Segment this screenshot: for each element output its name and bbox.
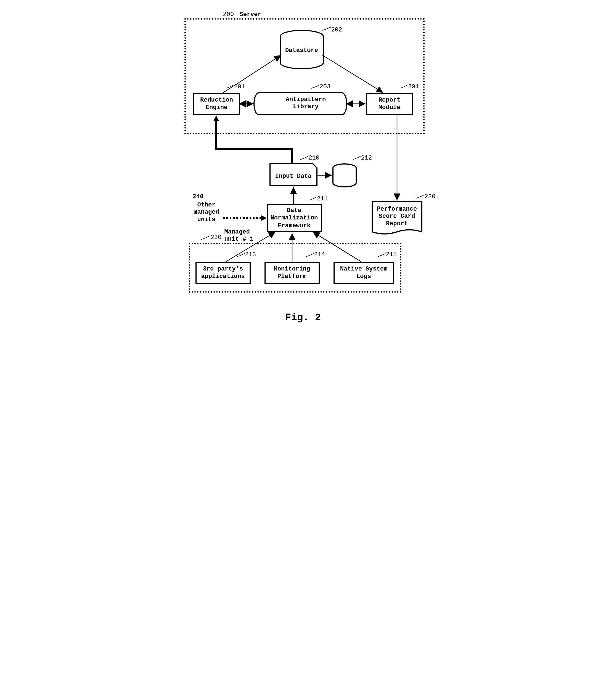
third-party-apps: 3rd party's applications (195, 262, 251, 284)
input-data-label: Input Data (273, 173, 314, 180)
svg-marker-21 (261, 215, 267, 221)
score-card-label: Performance Score Card Report (375, 206, 419, 228)
other-units-ref: 240 (193, 193, 204, 200)
antipattern-label: Antipattern Library (278, 96, 333, 111)
normalization-ref: 211 (317, 195, 328, 202)
svg-point-8 (333, 164, 356, 172)
normalization-label: Data Normalization Framework (269, 207, 320, 230)
native-system-logs: Native System Logs (333, 262, 394, 284)
third-party-ref: 213 (245, 251, 256, 258)
monitoring-ref: 214 (314, 251, 325, 258)
server-ref: 200 (223, 11, 234, 18)
input-data-ref: 210 (309, 155, 320, 162)
third-party-label: 3rd party's applications (198, 265, 249, 280)
normalization-framework: Data Normalization Framework (267, 204, 322, 232)
reduction-ref: 201 (234, 84, 245, 90)
server-container (184, 18, 425, 134)
other-units-label: Other managed units (190, 202, 223, 223)
antipattern-ref: 203 (320, 84, 331, 90)
monitoring-platform: Monitoring Platform (264, 262, 320, 284)
datastore-ref: 202 (331, 26, 342, 33)
monitoring-label: Monitoring Platform (267, 265, 318, 280)
report-module: Report Module (366, 93, 413, 115)
server-title: Server (240, 11, 261, 18)
svg-rect-9 (333, 168, 356, 183)
score-card-ref: 220 (425, 193, 436, 200)
native-logs-ref: 215 (386, 251, 397, 258)
managed-unit-title: Managed unit # 1 (225, 229, 255, 243)
managed-unit-ref: 230 (211, 234, 222, 241)
reduction-engine-label: Reduction Engine (195, 96, 238, 112)
native-logs-label: Native System Logs (336, 265, 392, 280)
figure-caption: Fig. 2 (285, 312, 321, 323)
diagram-canvas: 200 Server Datastore 202 Reduction Engin… (168, 11, 438, 337)
report-ref: 204 (408, 84, 419, 90)
report-module-label: Report Module (368, 96, 411, 112)
datastore-label: Datastore (285, 47, 318, 54)
reduction-engine: Reduction Engine (193, 93, 240, 115)
small-db-ref: 212 (361, 155, 372, 162)
